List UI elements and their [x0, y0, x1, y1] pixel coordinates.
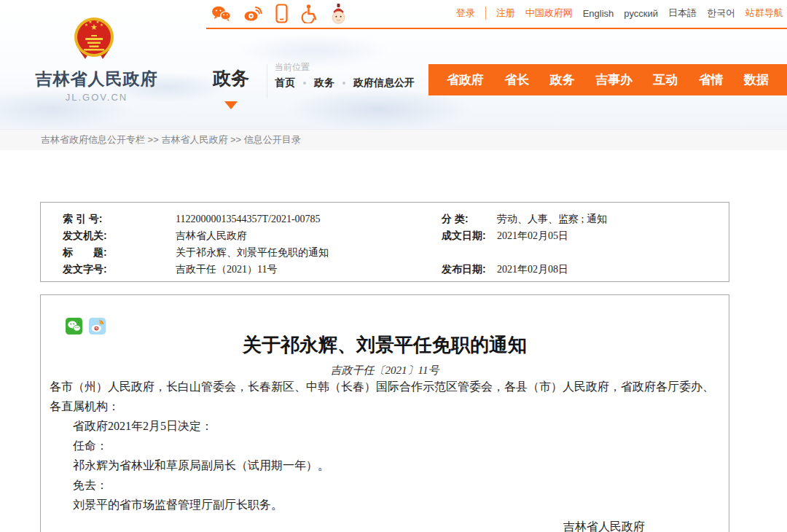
- location-info-disclosure-link[interactable]: 政府信息公开: [353, 77, 415, 90]
- location-home-link[interactable]: 首页: [275, 77, 295, 90]
- national-emblem-logo[interactable]: ★ ★ ★ ★ ★: [73, 16, 115, 67]
- document-info-table: 索 引 号: 11220000013544357T/2021-00785 分 类…: [40, 202, 729, 282]
- article-paragraph: 省政府2021年2月5日决定：: [50, 416, 720, 436]
- svg-text:★: ★: [90, 23, 98, 31]
- nav-item-interaction[interactable]: 互动: [653, 71, 678, 88]
- article-paragraph: 刘景平的省市场监督管理厅副厅长职务。: [50, 495, 720, 515]
- mobile-icon[interactable]: [275, 4, 288, 23]
- main-navigation: 省政府 省长 政务 吉事办 互动 省情 数据: [428, 64, 787, 95]
- article-paragraph: 各市（州）人民政府，长白山管委会，长春新区、中韩（长春）国际合作示范区管委会，各…: [50, 377, 720, 416]
- nav-item-provincial-government[interactable]: 省政府: [447, 71, 484, 88]
- dot-separator-icon: [342, 82, 345, 85]
- location-path: 首页 政务 政府信息公开: [275, 77, 415, 90]
- topbar-social-icons: [211, 4, 346, 27]
- header-vertical-divider: [267, 64, 267, 98]
- triangle-down-icon: [224, 101, 238, 109]
- location-zhengwu-link[interactable]: 政务: [314, 77, 334, 90]
- article-signature-block: 吉林省人民政府 2021年2月5日: [563, 517, 645, 532]
- section-title-zhengwu[interactable]: 政务: [213, 66, 249, 90]
- lang-korean-link[interactable]: 한국어: [707, 7, 735, 20]
- nav-item-province-profile[interactable]: 省情: [699, 71, 724, 88]
- date-written-value: 2021年02月05日: [497, 227, 729, 244]
- login-link[interactable]: 登录: [456, 7, 475, 20]
- site-header: 登录 注册 中国政府网 English русский 日本語 한국어 站群导航…: [0, 0, 787, 129]
- breadcrumb[interactable]: 吉林省政府信息公开专栏 >> 吉林省人民政府 >> 信息公开目录: [41, 133, 301, 146]
- login-register-divider: [485, 7, 486, 20]
- dot-separator-icon: [303, 82, 306, 85]
- weibo-icon[interactable]: [243, 4, 263, 23]
- table-row: 发文机关: 吉林省人民政府 成文日期: 2021年02月05日: [41, 227, 729, 244]
- doc-number-value: 吉政干任（2021）11号: [176, 261, 442, 278]
- date-published-value: 2021年02月08日: [497, 261, 729, 278]
- article-paragraph: 免去：: [50, 475, 720, 495]
- issuing-agency-label: 发文机关:: [63, 227, 176, 244]
- category-label: 分 类:: [442, 211, 497, 227]
- lang-russian-link[interactable]: русский: [624, 8, 658, 19]
- date-written-label: 成文日期:: [442, 227, 497, 244]
- date-published-label: 发布日期:: [442, 261, 497, 278]
- issuing-agency-value: 吉林省人民政府: [176, 227, 442, 244]
- title-value: 关于祁永辉、刘景平任免职的通知: [176, 244, 442, 261]
- site-group-nav-link[interactable]: 站群导航: [745, 7, 783, 20]
- svg-text:★: ★: [89, 20, 93, 24]
- site-name[interactable]: 吉林省人民政府: [11, 68, 182, 90]
- doc-number-label: 发文字号:: [63, 261, 176, 278]
- lang-japanese-link[interactable]: 日本語: [668, 7, 697, 20]
- nav-item-data[interactable]: 数据: [744, 71, 769, 88]
- article-paragraph: 任命：: [50, 436, 720, 455]
- table-row: 索 引 号: 11220000013544357T/2021-00785 分 类…: [41, 211, 729, 227]
- article-doc-number: 吉政干任〔2021〕11号: [41, 364, 729, 378]
- topbar-orange-rule: [206, 28, 787, 29]
- table-row: 标 题: 关于祁永辉、刘景平任免职的通知: [41, 244, 729, 261]
- site-url: JL.GOV.CN: [11, 92, 182, 103]
- category-value: 劳动、人事、监察 ; 通知: [497, 211, 729, 227]
- article-content-box: 关于祁永辉、刘景平任免职的通知 吉政干任〔2021〕11号 各市（州）人民政府，…: [40, 294, 729, 532]
- index-number-value: 11220000013544357T/2021-00785: [176, 211, 442, 227]
- mascot-icon[interactable]: [331, 4, 346, 26]
- wechat-icon[interactable]: [211, 4, 231, 23]
- nav-item-zhengwu[interactable]: 政务: [550, 71, 575, 88]
- table-row: 发文字号: 吉政干任（2021）11号 发布日期: 2021年02月08日: [41, 261, 729, 278]
- signature-agency: 吉林省人民政府: [563, 517, 645, 532]
- nav-item-governor[interactable]: 省长: [504, 71, 529, 88]
- breadcrumb-bar: 吉林省政府信息公开专栏 >> 吉林省人民政府 >> 信息公开目录: [0, 129, 787, 150]
- article-title: 关于祁永辉、刘景平任免职的通知: [41, 332, 729, 358]
- china-gov-link[interactable]: 中国政府网: [525, 7, 573, 20]
- topbar-links: 登录 注册 中国政府网 English русский 日本語 한국어 站群导航: [456, 7, 783, 20]
- article-paragraph: 祁永辉为省林业和草原局副局长（试用期一年）。: [50, 455, 720, 475]
- svg-text:★: ★: [85, 23, 88, 27]
- register-link[interactable]: 注册: [496, 7, 515, 20]
- index-number-label: 索 引 号:: [63, 211, 176, 227]
- svg-text:★: ★: [100, 23, 103, 27]
- svg-text:★: ★: [96, 20, 100, 24]
- article-body: 各市（州）人民政府，长白山管委会，长春新区、中韩（长春）国际合作示范区管委会，各…: [50, 377, 720, 532]
- current-location-label: 当前位置: [275, 61, 310, 74]
- nav-item-jishiban[interactable]: 吉事办: [595, 71, 633, 88]
- accessibility-icon[interactable]: [300, 4, 318, 23]
- lang-english-link[interactable]: English: [583, 8, 614, 19]
- title-label: 标 题:: [63, 244, 176, 261]
